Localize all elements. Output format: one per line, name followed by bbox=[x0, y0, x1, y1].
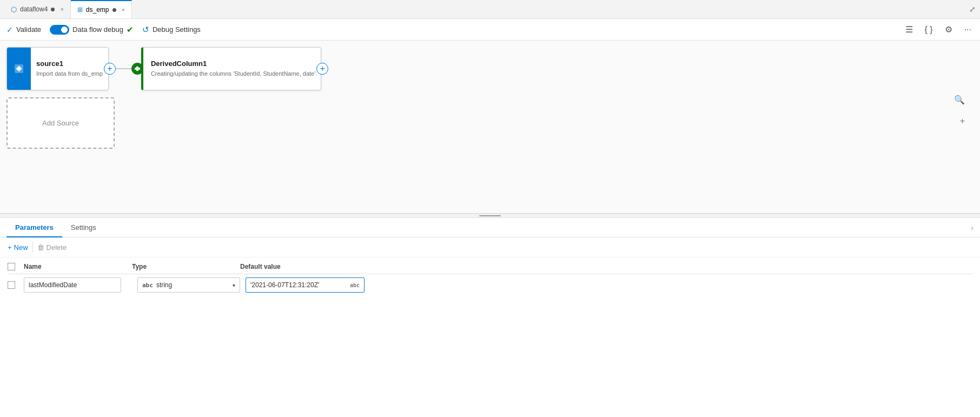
table-row: abc string ▾ abc bbox=[8, 274, 972, 296]
tab-settings-label: Settings bbox=[71, 223, 96, 231]
parameters-table: Name Type Default value bbox=[0, 260, 980, 296]
derived-column1-body: DerivedColumn1 Creating/updating the col… bbox=[143, 48, 321, 90]
expand-icon[interactable]: ⤢ bbox=[969, 5, 976, 14]
row-default-col: abc bbox=[240, 277, 375, 293]
debug-settings-icon: ↺ bbox=[142, 25, 149, 35]
derived-badge bbox=[131, 63, 143, 75]
debug-toggle-switch[interactable] bbox=[50, 25, 69, 35]
table-header: Name Type Default value bbox=[8, 260, 972, 274]
debug-settings-label: Debug Settings bbox=[153, 25, 201, 34]
tab-dataflow4-dot bbox=[51, 8, 55, 11]
name-input[interactable] bbox=[24, 277, 121, 293]
flow-container: source1 Import data from ds_emp + Derive… bbox=[6, 47, 321, 90]
tab-settings[interactable]: Settings bbox=[62, 219, 105, 237]
tab-ds_emp-dot bbox=[112, 8, 116, 12]
canvas-expand-icon[interactable]: + bbox=[960, 116, 965, 126]
panel-toolbar: + New 🗑 Delete bbox=[0, 237, 980, 257]
tab-bar: ⬡ dataflow4 × ⊞ ds_emp × ⤢ bbox=[0, 0, 980, 19]
validate-button[interactable]: ✓ Validate bbox=[6, 25, 41, 34]
delete-button[interactable]: 🗑 Delete bbox=[37, 243, 67, 251]
header-default: Default value bbox=[240, 263, 375, 270]
canvas-area: source1 Import data from ds_emp + Derive… bbox=[0, 41, 980, 214]
canvas-search-icon[interactable]: 🔍 bbox=[954, 95, 965, 105]
divider-line bbox=[479, 215, 501, 216]
derived-column1-add-button[interactable]: + bbox=[316, 63, 328, 75]
row-name-col bbox=[24, 277, 132, 293]
header-name: Name bbox=[24, 263, 132, 270]
validate-label: Validate bbox=[16, 25, 41, 34]
tab-ds_emp-label: ds_emp bbox=[86, 6, 109, 14]
source1-node-body: source1 Import data from ds_emp bbox=[31, 48, 108, 90]
new-label: New bbox=[14, 243, 28, 251]
tab-ds_emp[interactable]: ⊞ ds_emp × bbox=[71, 0, 132, 18]
type-value: string bbox=[156, 281, 172, 289]
row-check-col bbox=[8, 281, 24, 289]
delete-trash-icon: 🗑 bbox=[37, 243, 44, 251]
derived-column1-node[interactable]: DerivedColumn1 Creating/updating the col… bbox=[141, 47, 321, 90]
type-chevron-icon: ▾ bbox=[233, 282, 235, 288]
derived-column1-desc: Creating/updating the columns 'StudentId… bbox=[151, 70, 315, 77]
default-value-input[interactable] bbox=[250, 281, 348, 289]
source1-add-button[interactable]: + bbox=[104, 63, 116, 75]
delete-label: Delete bbox=[47, 243, 67, 251]
source1-title: source1 bbox=[36, 59, 103, 68]
tab-parameters-label: Parameters bbox=[15, 223, 54, 231]
divider-handle[interactable] bbox=[0, 214, 980, 218]
panel-collapse-button[interactable]: › bbox=[971, 223, 974, 232]
debug-settings-button[interactable]: ↺ Debug Settings bbox=[142, 25, 201, 35]
source1-node-icon bbox=[7, 48, 31, 90]
source1-node[interactable]: source1 Import data from ds_emp + bbox=[6, 47, 109, 90]
tab-ds_emp-close[interactable]: × bbox=[122, 6, 125, 13]
type-select[interactable]: abc string ▾ bbox=[137, 277, 240, 293]
default-value-wrapper: abc bbox=[246, 277, 365, 293]
new-plus-icon: + bbox=[8, 243, 12, 251]
add-source-box[interactable]: Add Source bbox=[6, 97, 115, 149]
row-checkbox[interactable] bbox=[8, 281, 15, 289]
columns-icon[interactable]: ☰ bbox=[903, 22, 915, 37]
code-icon[interactable]: { } bbox=[923, 23, 935, 37]
header-check-col bbox=[8, 263, 24, 270]
toolbar-separator bbox=[32, 242, 33, 253]
debug-check-icon: ✔ bbox=[127, 25, 134, 35]
derived-node-wrapper: DerivedColumn1 Creating/updating the col… bbox=[141, 47, 321, 90]
default-abc-badge: abc bbox=[350, 282, 360, 288]
source1-desc: Import data from ds_emp bbox=[36, 70, 103, 77]
tab-dataflow4[interactable]: ⬡ dataflow4 × bbox=[4, 0, 71, 18]
new-button[interactable]: + New bbox=[8, 243, 28, 251]
validate-check-icon: ✓ bbox=[6, 25, 13, 34]
header-type: Type bbox=[132, 263, 240, 270]
toolbar: ✓ Validate Data flow debug ✔ ↺ Debug Set… bbox=[0, 19, 980, 41]
derived-column1-title: DerivedColumn1 bbox=[151, 59, 315, 68]
tab-dataflow4-close[interactable]: × bbox=[60, 6, 63, 12]
panel-tabs: Parameters Settings › bbox=[0, 218, 980, 237]
dataflow-icon: ⬡ bbox=[11, 5, 17, 14]
tab-parameters[interactable]: Parameters bbox=[6, 219, 62, 237]
panel-content: + New 🗑 Delete Name Type bbox=[0, 237, 980, 417]
data-flow-debug-label: Data flow debug bbox=[72, 25, 123, 34]
filter-icon[interactable]: ⚙ bbox=[943, 22, 955, 37]
tab-dataflow4-label: dataflow4 bbox=[20, 5, 48, 13]
table-icon: ⊞ bbox=[77, 6, 83, 14]
row-type-col: abc string ▾ bbox=[132, 277, 240, 293]
header-checkbox[interactable] bbox=[8, 263, 15, 270]
toolbar-right: ☰ { } ⚙ ··· bbox=[903, 22, 974, 37]
type-abc-prefix: abc bbox=[142, 282, 153, 289]
bottom-panel: Parameters Settings › + New 🗑 Delete bbox=[0, 218, 980, 417]
svg-point-1 bbox=[17, 67, 21, 70]
more-icon[interactable]: ··· bbox=[962, 23, 974, 37]
add-source-label: Add Source bbox=[42, 119, 79, 127]
data-flow-debug-toggle[interactable]: Data flow debug ✔ bbox=[50, 25, 134, 35]
